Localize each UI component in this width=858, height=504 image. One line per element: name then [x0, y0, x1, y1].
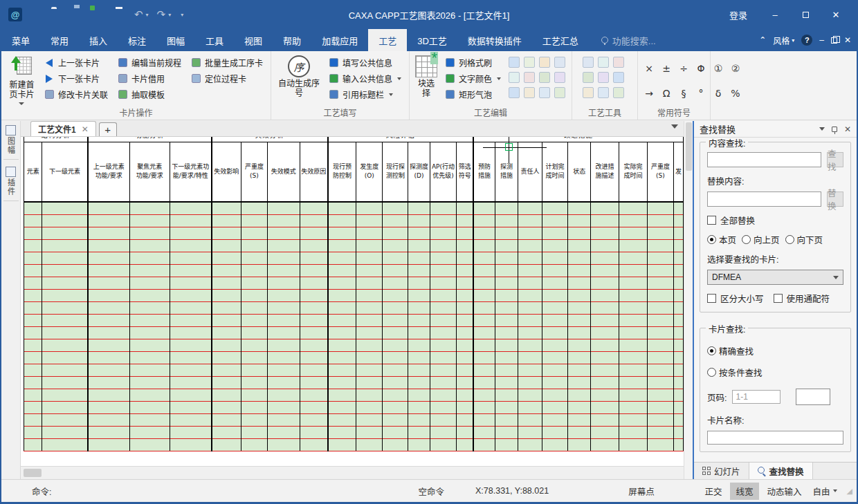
table-cell[interactable] — [457, 202, 473, 214]
dfmea-table[interactable]: 结构分析功能分析失效分析风险评估改进措施元素下一级元素上一级元素 功能/要求聚焦… — [24, 137, 684, 451]
table-cell[interactable] — [129, 326, 170, 339]
save-icon[interactable] — [72, 9, 84, 20]
table-cell[interactable] — [383, 264, 408, 277]
table-cell[interactable] — [24, 364, 42, 376]
table-cell[interactable] — [457, 314, 473, 326]
table-cell[interactable] — [241, 252, 267, 264]
table-cell[interactable] — [24, 351, 42, 364]
table-cell[interactable] — [241, 314, 267, 326]
table-cell[interactable] — [619, 376, 648, 389]
case-sensitive-checkbox[interactable]: 区分大小写 — [707, 292, 764, 305]
table-cell[interactable] — [457, 351, 473, 364]
undo-icon[interactable]: ↶ — [134, 9, 143, 20]
table-cell[interactable] — [619, 214, 648, 227]
table-cell[interactable] — [457, 389, 473, 401]
table-cell[interactable] — [241, 413, 267, 426]
table-row[interactable] — [24, 401, 684, 413]
table-cell[interactable] — [241, 438, 267, 451]
status-toggle[interactable]: 动态输入 — [762, 483, 807, 500]
table-cell[interactable] — [300, 202, 328, 214]
table-cell[interactable] — [212, 364, 241, 376]
table-cell[interactable] — [24, 202, 42, 214]
ribbon-item[interactable]: 引用标题栏 — [327, 87, 403, 102]
table-cell[interactable] — [88, 264, 129, 277]
table-cell[interactable] — [241, 239, 267, 252]
new-tab-button[interactable]: + — [99, 122, 117, 136]
ribbon-item[interactable]: 列格式刷 — [443, 55, 503, 70]
table-cell[interactable] — [408, 301, 430, 314]
table-cell[interactable] — [473, 351, 495, 364]
table-cell[interactable] — [356, 426, 383, 438]
table-cell[interactable] — [241, 264, 267, 277]
table-cell[interactable] — [300, 351, 328, 364]
table-cell[interactable] — [212, 438, 241, 451]
table-cell[interactable] — [129, 264, 170, 277]
table-cell[interactable] — [129, 252, 170, 264]
table-cell[interactable] — [591, 376, 619, 389]
table-cell[interactable] — [542, 214, 568, 227]
table-cell[interactable] — [495, 351, 518, 364]
table-cell[interactable] — [129, 314, 170, 326]
symbol-button[interactable]: δ — [713, 88, 724, 99]
table-cell[interactable] — [170, 389, 211, 401]
document-tab[interactable]: 工艺文件1 ✕ — [30, 121, 96, 136]
table-cell[interactable] — [212, 264, 241, 277]
table-cell[interactable] — [647, 438, 673, 451]
table-cell[interactable] — [619, 413, 648, 426]
table-cell[interactable] — [647, 314, 673, 326]
table-cell[interactable] — [673, 252, 683, 264]
panel-dropdown-icon[interactable] — [819, 127, 825, 131]
table-cell[interactable] — [170, 301, 211, 314]
symbol-button[interactable]: Ω — [661, 88, 672, 99]
table-cell[interactable] — [430, 252, 456, 264]
table-cell[interactable] — [518, 376, 542, 389]
table-cell[interactable] — [542, 438, 568, 451]
table-cell[interactable] — [591, 314, 619, 326]
table-cell[interactable] — [518, 314, 542, 326]
table-row[interactable] — [24, 364, 684, 376]
table-cell[interactable] — [212, 413, 241, 426]
table-cell[interactable] — [356, 252, 383, 264]
table-cell[interactable] — [473, 301, 495, 314]
table-cell[interactable] — [673, 289, 683, 301]
table-cell[interactable] — [673, 277, 683, 289]
table-cell[interactable] — [673, 364, 683, 376]
table-cell[interactable] — [42, 401, 88, 413]
table-row[interactable] — [24, 314, 684, 326]
table-cell[interactable] — [212, 214, 241, 227]
pin-icon[interactable] — [832, 127, 837, 132]
table-cell[interactable] — [267, 289, 300, 301]
table-cell[interactable] — [88, 326, 129, 339]
table-cell[interactable] — [383, 339, 408, 351]
table-cell[interactable] — [457, 301, 473, 314]
table-cell[interactable] — [673, 389, 683, 401]
table-cell[interactable] — [356, 264, 383, 277]
table-cell[interactable] — [619, 301, 648, 314]
table-cell[interactable] — [473, 314, 495, 326]
table-cell[interactable] — [241, 289, 267, 301]
table-cell[interactable] — [647, 326, 673, 339]
table-cell[interactable] — [267, 351, 300, 364]
process-tool-icon[interactable] — [583, 72, 594, 83]
table-cell[interactable] — [24, 401, 42, 413]
table-cell[interactable] — [241, 376, 267, 389]
table-cell[interactable] — [591, 277, 619, 289]
drawing-canvas[interactable]: 结构分析功能分析失效分析风险评估改进措施元素下一级元素上一级元素 功能/要求聚焦… — [21, 137, 684, 466]
table-cell[interactable] — [430, 214, 456, 227]
table-cell[interactable] — [170, 289, 211, 301]
auto-generate-seq-button[interactable]: 序 自动生成序号 — [277, 54, 321, 107]
table-cell[interactable] — [267, 376, 300, 389]
table-cell[interactable] — [591, 202, 619, 214]
table-cell[interactable] — [170, 339, 211, 351]
table-cell[interactable] — [495, 364, 518, 376]
table-row[interactable] — [24, 301, 684, 314]
table-cell[interactable] — [88, 413, 129, 426]
table-cell[interactable] — [495, 339, 518, 351]
table-cell[interactable] — [88, 301, 129, 314]
table-cell[interactable] — [129, 389, 170, 401]
table-cell[interactable] — [518, 227, 542, 239]
table-cell[interactable] — [24, 239, 42, 252]
table-cell[interactable] — [647, 264, 673, 277]
table-cell[interactable] — [267, 339, 300, 351]
vertical-scrollbar-thumb[interactable] — [686, 122, 692, 171]
